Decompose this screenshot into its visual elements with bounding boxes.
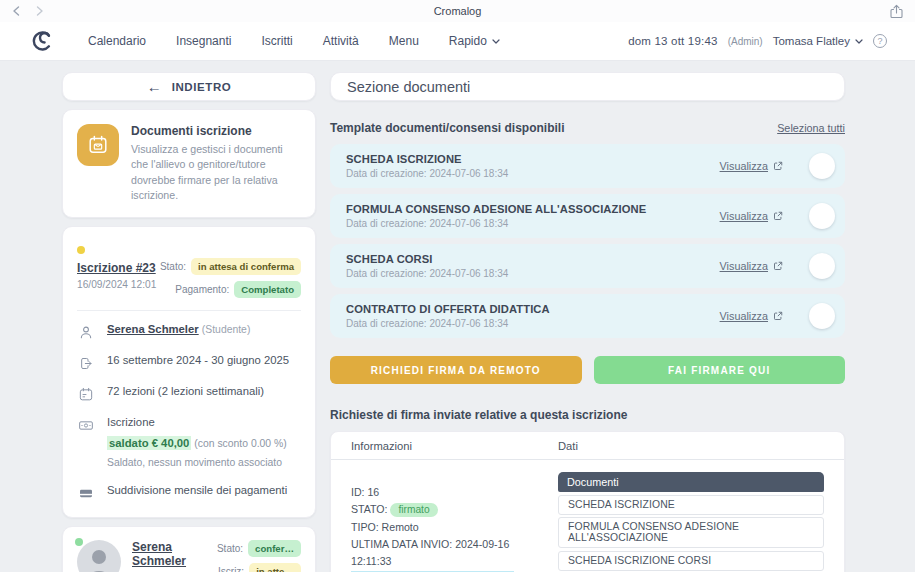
calendar-doc-icon [77,124,119,166]
enrollment-card: Iscrizione #23 16/09/2024 12:01 Stato: i… [62,226,316,518]
enrollment-payments-row: Suddivisione mensile dei pagamenti [77,484,301,502]
visualizza-link[interactable]: Visualizza [720,260,783,272]
student-link[interactable]: Serena Schmeler [107,323,199,335]
top-nav: Calendario Insegnanti Iscritti Attività … [0,22,915,61]
fai-firmare-qui-button[interactable]: FAI FIRMARE QUI [594,356,846,384]
document-row: SCHEDA ISCRIZIONE [558,495,824,515]
nav-datetime: dom 13 ott 19:43 [628,35,718,47]
documents-info-title: Documenti iscrizione [131,124,301,138]
enrollment-title-link[interactable]: Iscrizione #23 [77,261,156,275]
back-button-label: INDIETRO [172,81,232,93]
student-stato-label: Stato: [217,543,243,554]
template-row: SCHEDA CORSI Data di creazione: 2024-07-… [330,244,845,288]
external-link-icon [773,311,783,321]
documents-table-header: Documenti [558,472,824,492]
template-created-date: Data di creazione: 2024-07-06 18:34 [346,318,720,329]
share-icon[interactable] [890,4,903,19]
enrollment-payments: Suddivisione mensile dei pagamenti [107,484,287,502]
request-stato-line: STATO: firmato [351,501,546,519]
page-title-card: Sezione documenti [330,72,845,101]
visualizza-label: Visualizza [720,310,768,322]
template-select-radio[interactable] [809,203,835,229]
enrollment-datetime: 16/09/2024 12:01 [77,279,156,290]
pagamento-label: Pagamento: [175,284,229,295]
nav-user-role: (Admin) [728,36,763,47]
divider [77,310,301,311]
door-exit-icon [77,354,94,372]
enrollment-period: 16 settembre 2024 - 30 giugno 2025 [107,354,289,372]
nav-item-calendario[interactable]: Calendario [88,34,146,48]
visualizza-link[interactable]: Visualizza [720,160,783,172]
select-all-link[interactable]: Seleziona tutti [777,122,845,134]
external-link-icon [773,161,783,171]
cromalog-logo-icon[interactable] [30,29,54,53]
template-name: CONTRATTO DI OFFERTA DIDATTICA [346,303,720,315]
request-id: ID: 16 [351,484,546,501]
saldato-highlight: saldato € 40,00 [107,436,191,450]
visualizza-label: Visualizza [720,260,768,272]
enrollment-period-row: 16 settembre 2024 - 30 giugno 2025 [77,354,301,372]
template-row: FORMULA CONSENSO ADESIONE ALL'ASSOCIAZIO… [330,194,845,238]
nav-user-menu[interactable]: Tomasa Flatley [773,35,863,47]
nav-item-iscritti[interactable]: Iscritti [261,34,292,48]
template-created-date: Data di creazione: 2024-07-06 18:34 [346,268,720,279]
visualizza-label: Visualizza [720,210,768,222]
templates-section-label: Template documenti/consensi disponibili [330,121,564,135]
status-dot-yellow [77,246,85,254]
template-created-date: Data di creazione: 2024-07-06 18:34 [346,218,720,229]
documents-info-description: Visualizza e gestisci i documenti che l'… [131,142,301,203]
document-row: SCHEDA ISCRIZIONE CORSI [558,551,824,571]
enrollment-student-row: Serena Schmeler (Studente) [77,323,301,341]
documents-info-card: Documenti iscrizione Visualizza e gestis… [62,109,316,218]
nav-item-menu[interactable]: Menu [389,34,419,48]
requests-section-label: Richieste di firma inviate relative a qu… [330,408,845,422]
student-stato-badge: confer… [248,540,301,557]
column-header-dati: Dati [558,432,824,459]
back-button[interactable]: ← INDIETRO [62,72,316,101]
left-sidebar: ← INDIETRO Documenti iscrizione Visualiz… [62,72,316,572]
student-iscriz-badge: in atte… [249,563,301,572]
nav-item-attivita[interactable]: Attività [323,34,359,48]
external-link-icon [773,211,783,221]
student-card: Serena Schmeler Studente 44 anni Stato: … [62,526,316,572]
student-suffix: (Studente) [202,324,251,335]
calendar-icon [77,385,94,403]
main-panel: Sezione documenti Template documenti/con… [330,72,845,572]
document-row: FORMULA CONSENSO ADESIONE ALL'ASSOCIAZIO… [558,517,824,548]
signature-requests-table: Informazioni Dati ID: 16 STATO: firmato … [330,431,845,572]
nav-dropdown-rapido[interactable]: Rapido [449,34,500,48]
chevron-down-icon [492,39,500,44]
request-ultima-data: ULTIMA DATA INVIO: 2024-09-16 12:11:33 [351,536,546,570]
request-tipo: TIPO: Remoto [351,519,546,536]
page-title: Sezione documenti [347,79,470,95]
template-name: FORMULA CONSENSO ADESIONE ALL'ASSOCIAZIO… [346,203,720,215]
visualizza-link[interactable]: Visualizza [720,210,783,222]
template-created-date: Data di creazione: 2024-07-06 18:34 [346,168,720,179]
student-iscriz-label: Iscriz: [218,566,244,572]
stato-label: Stato: [160,261,186,272]
request-documents-cell: Documenti SCHEDA ISCRIZIONE FORMULA CONS… [558,472,824,572]
request-stato-badge: firmato [390,503,437,517]
pagamento-badge: Completato [234,281,301,298]
enrollment-lessons-row: 72 lezioni (2 lezioni settimanali) [77,385,301,403]
template-name: SCHEDA ISCRIZIONE [346,153,720,165]
template-select-radio[interactable] [809,153,835,179]
template-row: SCHEDA ISCRIZIONE Data di creazione: 202… [330,144,845,188]
person-icon [77,323,94,341]
arrow-left-icon: ← [147,79,162,94]
chevron-down-icon [855,39,863,44]
student-name-link[interactable]: Serena Schmeler [132,540,206,568]
template-name: SCHEDA CORSI [346,253,720,265]
visualizza-link[interactable]: Visualizza [720,310,783,322]
help-icon[interactable]: ? [873,34,887,48]
template-select-radio[interactable] [809,303,835,329]
column-header-informazioni: Informazioni [351,432,546,459]
enrollment-lessons: 72 lezioni (2 lezioni settimanali) [107,385,264,403]
template-select-radio[interactable] [809,253,835,279]
enrollment-fee-row: Iscrizione saldato € 40,00 (con sconto 0… [77,416,301,471]
nav-item-insegnanti[interactable]: Insegnanti [176,34,231,48]
richiedi-firma-remoto-button[interactable]: RICHIEDI FIRMA DA REMOTO [330,356,582,384]
template-row: CONTRATTO DI OFFERTA DIDATTICA Data di c… [330,294,845,338]
window-chrome: Cromalog [0,0,915,22]
banknote-icon [77,416,94,471]
